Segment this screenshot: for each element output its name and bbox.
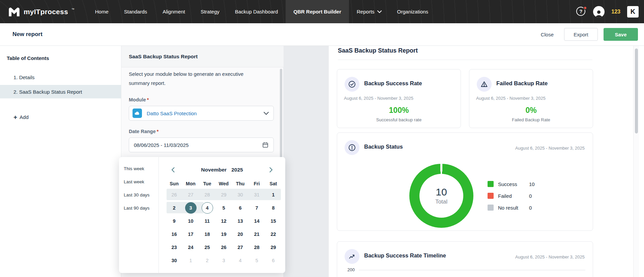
export-button[interactable]: Export [564,28,598,41]
day-name: Mon [186,181,196,186]
close-button[interactable]: Close [536,28,558,41]
calendar-day[interactable]: 29 [215,188,232,201]
calendar-day[interactable]: 27 [182,188,199,201]
calendar-day[interactable]: 2 [199,254,215,267]
module-label: Module* [129,97,149,102]
calendar-day[interactable]: 30 [166,254,182,267]
preset-this-week[interactable]: This week [119,166,158,179]
page-scrollbar-thumb[interactable] [635,49,638,133]
add-section-button[interactable]: + Add [13,114,29,120]
calendar-week-row: 16 17 18 19 20 21 22 [166,227,282,241]
calendar-day[interactable]: 9 [166,214,182,227]
help-button[interactable]: ? [576,7,586,17]
calendar-day-selected[interactable]: 3 [182,201,199,214]
calendar-day[interactable]: 6 [232,201,248,214]
notification-dot [583,6,587,10]
partner-logo[interactable]: K [627,6,639,18]
brand-name: myITprocess [24,8,68,16]
failed-backup-rate-card: Failed Backup Rate August 6, 2025 - Nove… [469,69,593,128]
calendar-day[interactable]: 8 [265,201,282,214]
avatar-icon[interactable] [593,6,605,18]
chevron-left-icon[interactable] [169,166,177,174]
chevron-down-icon [377,10,382,13]
day-names-row: Sun Mon Tue Wed Thu Fri Sat [166,179,282,188]
calendar-day[interactable]: 30 [232,188,248,201]
calendar-week-row: 26 27 28 29 30 31 1 [166,188,282,201]
nav-item-standards[interactable]: Standards [116,0,155,23]
toc-item-details[interactable]: 1. Details [0,70,121,84]
calendar-day[interactable]: 2 [166,201,182,214]
required-marker: * [157,129,159,134]
donut-center: 10 Total [419,174,463,218]
editor-section-header: SaaS Backup Status Report [121,46,284,67]
page-title: New report [12,31,42,38]
page-scrollbar[interactable] [633,46,639,277]
nav-item-home[interactable]: Home [87,0,116,23]
calendar-day[interactable]: 1 [182,254,199,267]
calendar-day[interactable]: 13 [232,214,248,227]
calendar-day[interactable]: 25 [199,241,215,254]
content-area: Table of Contents 1. Details 2. SaaS Bac… [0,46,644,277]
legend-item-success: Success 10 [488,179,535,189]
failed-rate-value: 0% [469,106,593,115]
chevron-down-icon [264,112,269,115]
calendar-day[interactable]: 24 [182,241,199,254]
top-navigation: myITprocess ™ Home Standards Alignment S… [0,0,644,23]
calendar-day[interactable]: 28 [248,241,265,254]
divider [338,60,592,60]
preset-last-90-days[interactable]: Last 90 days [119,206,158,219]
calendar-day[interactable]: 3 [215,254,232,267]
toc-item-saas-backup-status-report[interactable]: 2. SaaS Backup Status Report [0,85,121,98]
module-select[interactable]: Datto SaaS Protection [129,106,274,121]
calendar-day[interactable]: 28 [199,188,215,201]
calendar-week-row: 30 1 2 3 4 5 6 [166,254,282,267]
brand-logo[interactable]: myITprocess ™ [0,0,75,23]
calendar-day[interactable]: 18 [199,227,215,241]
nav-item-strategy[interactable]: Strategy [193,0,227,23]
user-badge: 123 [611,9,620,15]
calendar-day[interactable]: 19 [215,227,232,241]
calendar-day[interactable]: 7 [248,201,265,214]
success-rate-value: 100% [337,106,461,115]
calendar-day[interactable]: 4 [232,254,248,267]
preset-last-week[interactable]: Last week [119,179,158,192]
calendar-day[interactable]: 12 [215,214,232,227]
gridline [359,270,585,270]
nav-item-alignment[interactable]: Alignment [155,0,193,23]
calendar-day[interactable]: 5 [215,201,232,214]
calendar-day[interactable]: 31 [248,188,265,201]
calendar-day[interactable]: 17 [182,227,199,241]
calendar-day[interactable]: 10 [182,214,199,227]
date-range-input[interactable]: 08/06/2025 - 11/03/2025 [129,137,274,152]
calendar-day[interactable]: 26 [166,188,182,201]
date-presets: This week Last week Last 30 days Last 90… [119,157,159,273]
calendar-day[interactable]: 29 [265,241,282,254]
calendar-day[interactable]: 27 [232,241,248,254]
save-button[interactable]: Save [604,28,638,41]
calendar-day[interactable]: 14 [248,214,265,227]
card-period: August 6, 2025 - November 3, 2025 [476,96,546,101]
calendar-day[interactable]: 20 [232,227,248,241]
calendar-day[interactable]: 23 [166,241,182,254]
calendar-day[interactable]: 22 [265,227,282,241]
calendar-day[interactable]: 11 [199,214,215,227]
calendar-day-today[interactable]: 4 [199,201,215,214]
calendar-day[interactable]: 5 [248,254,265,267]
nav-item-qbr-report-builder[interactable]: QBR Report Builder [286,0,349,23]
date-range-picker-popup: This week Last week Last 30 days Last 90… [119,157,285,273]
nav-item-reports[interactable]: Reports [349,0,389,23]
check-circle-icon [345,77,359,92]
preset-last-30-days[interactable]: Last 30 days [119,192,158,206]
calendar-day[interactable]: 26 [215,241,232,254]
calendar-day[interactable]: 1 [265,188,282,201]
calendar-week-row: 9 10 11 12 13 14 15 [166,214,282,227]
table-of-contents-panel: Table of Contents 1. Details 2. SaaS Bac… [0,46,121,277]
nav-item-backup-dashboard[interactable]: Backup Dashboard [227,0,286,23]
chevron-right-icon[interactable] [267,166,275,174]
calendar-day[interactable]: 15 [265,214,282,227]
calendar-day[interactable]: 16 [166,227,182,241]
calendar-day[interactable]: 6 [265,254,282,267]
nav-items: Home Standards Alignment Strategy Backup… [87,0,436,23]
calendar-day[interactable]: 21 [248,227,265,241]
nav-item-organizations[interactable]: Organizations [389,0,436,23]
